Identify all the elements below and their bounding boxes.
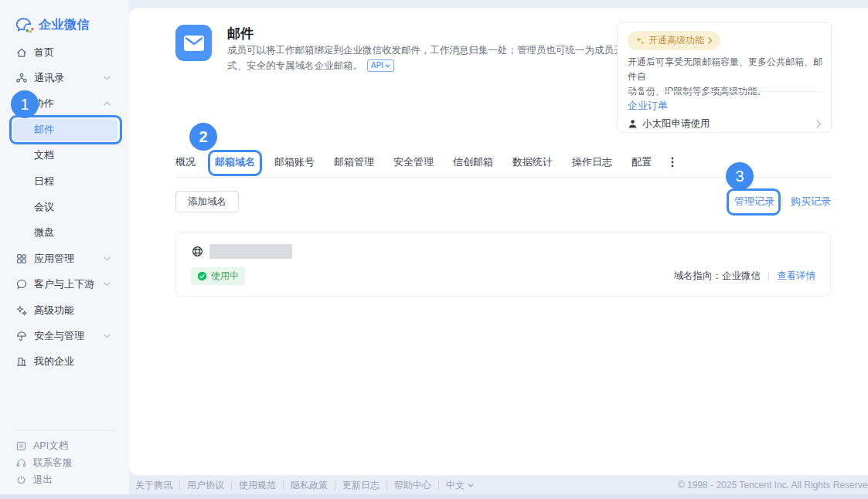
umbrella-icon	[15, 330, 28, 342]
api-doc-icon	[15, 440, 27, 452]
chat-bubble-icon	[15, 278, 28, 290]
manage-records-link[interactable]: 管理记录	[734, 195, 774, 207]
status-badge: 使用中	[191, 267, 245, 285]
sparkle-icon	[15, 304, 28, 317]
sidebar-item-docs[interactable]: 文档	[0, 143, 129, 168]
promo-divider	[628, 91, 821, 92]
sidebar-item-drive[interactable]: 微盘	[0, 220, 129, 246]
footer-link-rules[interactable]: 使用规范	[239, 479, 276, 492]
record-links: 管理记录 3 购买记录	[734, 195, 831, 209]
pointing-value: 企业微信	[722, 270, 761, 283]
language-selector[interactable]: 中文	[446, 479, 474, 492]
domain-card: 使用中 域名指向： 企业微信 查看详情	[175, 232, 831, 297]
tab-security-management[interactable]: 安全管理	[393, 155, 434, 169]
annotation-step-3: 3	[726, 162, 754, 190]
sidebar-item-my-company[interactable]: 我的企业	[0, 349, 129, 375]
sidebar-item-premium[interactable]: 高级功能	[0, 297, 129, 323]
bottom-edge-strip	[0, 494, 868, 499]
open-premium-button[interactable]: 开通高级功能	[628, 31, 720, 50]
wecom-logo[interactable]: 企业微信	[15, 17, 90, 33]
building-icon	[15, 355, 28, 368]
sidebar-item-logout[interactable]: 退出	[0, 471, 129, 488]
corp-orders-link[interactable]: 企业订单	[628, 99, 668, 113]
sidebar-item-support[interactable]: 联系客服	[0, 454, 129, 471]
wecom-logo-icon	[15, 18, 34, 33]
footer-links: 关于腾讯 用户协议 使用规范 隐私政策 更新日志 帮助中心 中文	[135, 479, 474, 492]
sidebar: 企业微信 首页 通讯录	[0, 0, 129, 494]
tab-data-statistics[interactable]: 数据统计	[512, 155, 553, 169]
tab-operation-logs[interactable]: 操作日志	[572, 155, 612, 169]
footer-link-agreement[interactable]: 用户协议	[187, 479, 224, 492]
chevron-down-icon	[104, 282, 111, 287]
tab-mail-management[interactable]: 邮箱管理	[334, 155, 374, 169]
mail-app-icon	[175, 25, 212, 61]
tab-xinchuang-mail[interactable]: 信创邮箱	[453, 155, 493, 169]
chevron-down-icon	[104, 256, 111, 261]
page-description: 成员可以将工作邮箱绑定到企业微信收发邮件，工作消息归集一处；管理员也可统一为成员…	[227, 42, 648, 74]
api-badge[interactable]: API	[367, 59, 394, 72]
manage-records-wrap: 管理记录 3	[734, 195, 774, 209]
requester-icon	[628, 119, 638, 129]
footer-link-about[interactable]: 关于腾讯	[135, 479, 172, 492]
footer-bar: 关于腾讯 用户协议 使用规范 隐私政策 更新日志 帮助中心 中文 © 1998 …	[129, 477, 868, 494]
domain-status-row: 使用中 域名指向： 企业微信 查看详情	[191, 267, 815, 285]
gold-sparkle-icon	[635, 36, 645, 46]
tab-bar: 概况 邮箱域名 2 邮箱账号 邮箱管理 安全管理 信创邮箱 数据统计 操作日志 …	[175, 151, 674, 173]
tabs-more-icon[interactable]	[671, 157, 674, 168]
tab-overview[interactable]: 概况	[175, 155, 196, 169]
caret-down-icon	[468, 484, 474, 487]
page-title: 邮件	[227, 25, 254, 42]
usage-request-row[interactable]: 小太阳申请使用	[628, 117, 822, 131]
contacts-icon	[15, 72, 28, 84]
sidebar-divider	[14, 430, 114, 431]
domain-name-row	[191, 244, 815, 259]
chevron-right-icon	[816, 120, 822, 128]
premium-promo-panel: 开通高级功能 开通后可享受无限邮箱容量、更多公共邮箱、邮件自 动备份、IP限制等…	[617, 22, 832, 133]
tab-settings[interactable]: 配置	[631, 155, 652, 169]
copyright-text: © 1998 - 2025 Tencent Inc. All Rights Re…	[678, 480, 868, 491]
footer-link-changelog[interactable]: 更新日志	[342, 479, 380, 492]
annotation-step-1: 1	[11, 90, 39, 118]
redacted-domain-name	[209, 244, 292, 259]
view-details-link[interactable]: 查看详情	[777, 270, 815, 283]
sidebar-nav: 首页 通讯录 协作	[0, 39, 129, 375]
sidebar-footer: API文档 联系客服 退出	[0, 437, 129, 488]
footer-link-privacy[interactable]: 隐私政策	[291, 479, 328, 492]
sidebar-item-customers[interactable]: 客户与上下游	[0, 272, 129, 297]
sidebar-item-contacts[interactable]: 通讯录	[0, 65, 129, 90]
domain-pointing: 域名指向： 企业微信 查看详情	[674, 270, 816, 283]
chevron-down-icon	[104, 334, 111, 338]
chevron-down-icon	[104, 76, 111, 80]
link-separator	[782, 197, 783, 206]
detail-separator	[768, 272, 769, 281]
add-domain-button[interactable]: 添加域名	[175, 191, 239, 212]
domain-toolbar: 添加域名 管理记录 3 购买记录	[175, 191, 831, 212]
wecom-admin-page: 企业微信 首页 通讯录	[0, 0, 868, 499]
purchase-records-link[interactable]: 购买记录	[791, 195, 831, 209]
headset-icon	[15, 457, 27, 469]
check-circle-icon	[197, 271, 207, 281]
sidebar-item-api-docs[interactable]: API文档	[0, 437, 129, 454]
apps-grid-icon	[15, 253, 28, 265]
tab-mail-accounts[interactable]: 邮箱账号	[274, 155, 315, 169]
annotation-step-2: 2	[189, 123, 217, 151]
home-icon	[15, 46, 28, 59]
main-content: 邮件 成员可以将工作邮箱绑定到企业微信收发邮件，工作消息归集一处；管理员也可统一…	[129, 8, 868, 475]
footer-link-help[interactable]: 帮助中心	[394, 479, 431, 492]
sidebar-item-mail[interactable]: 1 邮件	[0, 117, 129, 142]
sidebar-item-security[interactable]: 安全与管理	[0, 323, 129, 348]
sidebar-item-calendar[interactable]: 日程	[0, 168, 129, 194]
sidebar-item-apps[interactable]: 应用管理	[0, 246, 129, 271]
active-item-highlight	[13, 119, 117, 141]
sidebar-item-home[interactable]: 首页	[0, 39, 129, 65]
premium-description: 开通后可享受无限邮箱容量、更多公共邮箱、邮件自 动备份、IP限制等多项高级功能。	[628, 55, 822, 100]
sidebar-item-meeting[interactable]: 会议	[0, 194, 129, 219]
pointing-label: 域名指向：	[674, 270, 723, 283]
wecom-logo-text: 企业微信	[39, 17, 90, 33]
tab-mail-domain[interactable]: 邮箱域名 2	[215, 155, 255, 169]
power-icon	[15, 474, 27, 486]
globe-icon	[191, 245, 204, 258]
chevron-up-icon	[104, 101, 111, 106]
